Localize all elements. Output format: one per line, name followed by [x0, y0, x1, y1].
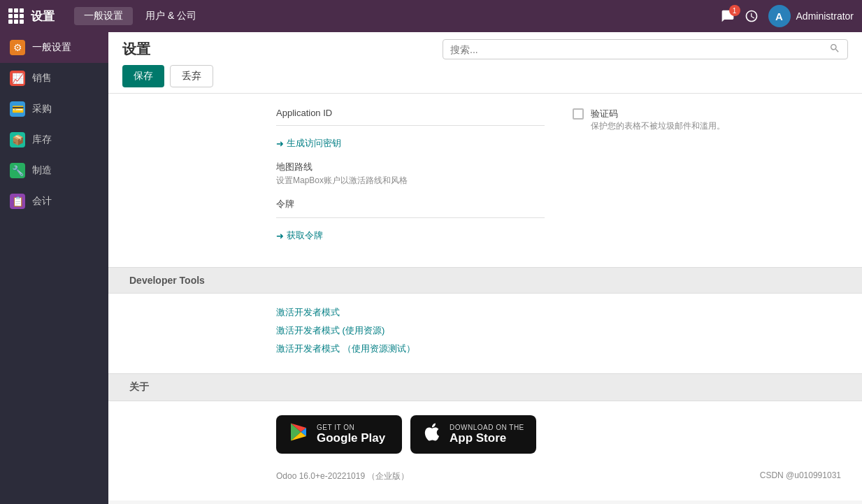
main-layout: ⚙ 一般设置 📈 销售 💳 采购 📦 库存 🔧 制造 📋 会计 设置 — [0, 32, 862, 504]
csdn-text: CSDN @u010991031 — [760, 470, 841, 482]
app-store-main-text: App Store — [450, 431, 524, 445]
token-row: 令牌 — [276, 198, 545, 218]
map-route-label: 地图路线 — [276, 161, 545, 173]
manufacturing-icon: 🔧 — [10, 163, 25, 178]
activate-dev-mode-link[interactable]: 激活开发者模式 — [276, 306, 841, 319]
token-label: 令牌 — [276, 198, 545, 210]
token-arrow-icon: ➜ — [276, 231, 284, 241]
version-row: Odoo 16.0+e-20221019 （企业版） CSDN @u010991… — [276, 466, 841, 487]
sales-icon: 📈 — [10, 71, 25, 86]
sidebar-label-sales: 销售 — [32, 72, 52, 85]
google-play-main-text: Google Play — [317, 431, 385, 445]
sidebar-label-accounting: 会计 — [32, 195, 52, 208]
apps-menu-button[interactable] — [8, 8, 24, 24]
generate-key-link[interactable]: ➜ 生成访问密钥 — [276, 137, 545, 150]
google-play-top-text: GET IT ON — [317, 424, 385, 431]
settings-scroll[interactable]: Application ID ➜ 生成访问密钥 地图路线 — [108, 94, 862, 504]
navbar-right: 1 A Administrator — [721, 5, 854, 27]
user-menu[interactable]: A Administrator — [768, 5, 854, 27]
map-route-row: 地图路线 设置MapBox账户以激活路线和风格 — [276, 161, 545, 187]
app-store-top-text: Download on the — [450, 424, 524, 431]
sidebar-label-purchase: 采购 — [32, 103, 52, 115]
username-label: Administrator — [796, 10, 854, 22]
navbar: 设置 一般设置 用户 & 公司 1 A Administrator — [0, 0, 862, 32]
google-play-badge[interactable]: GET IT ON Google Play — [276, 415, 402, 454]
page-header: 设置 保存 丢弃 — [108, 32, 862, 94]
sidebar: ⚙ 一般设置 📈 销售 💳 采购 📦 库存 🔧 制造 📋 会计 — [0, 32, 108, 504]
about-section: GET IT ON Google Play Download on the — [108, 401, 862, 501]
sidebar-item-accounting[interactable]: 📋 会计 — [0, 186, 108, 217]
map-route-desc: 设置MapBox账户以激活路线和风格 — [276, 175, 545, 187]
get-token-link[interactable]: ➜ 获取令牌 — [276, 229, 545, 242]
save-button[interactable]: 保存 — [122, 65, 164, 87]
get-token-row: ➜ 获取令牌 — [276, 229, 545, 242]
application-id-row: Application ID — [276, 108, 545, 126]
app-store-icon — [422, 422, 443, 447]
developer-tools-header: Developer Tools — [108, 267, 862, 294]
purchase-icon: 💳 — [10, 101, 25, 117]
generate-key-row: ➜ 生成访问密钥 — [276, 137, 545, 150]
captcha-label: 验证码 — [591, 108, 725, 120]
page-title: 设置 — [122, 40, 150, 59]
navbar-title: 设置 — [31, 8, 55, 24]
search-icon[interactable] — [829, 43, 840, 56]
navbar-menu: 一般设置 用户 & 公司 — [74, 7, 721, 25]
captcha-row: 验证码 保护您的表格不被垃圾邮件和滥用。 — [573, 108, 841, 132]
sidebar-label-inventory: 库存 — [32, 134, 52, 146]
general-icon: ⚙ — [10, 40, 25, 55]
inventory-icon: 📦 — [10, 132, 25, 147]
sidebar-item-sales[interactable]: 📈 销售 — [0, 63, 108, 94]
google-play-icon — [287, 421, 310, 448]
action-bar: 保存 丢弃 — [122, 65, 848, 93]
app-store-badge[interactable]: Download on the App Store — [410, 415, 536, 454]
search-input[interactable] — [450, 44, 829, 55]
sidebar-item-purchase[interactable]: 💳 采购 — [0, 94, 108, 124]
messages-button[interactable]: 1 — [721, 9, 735, 23]
sidebar-item-manufacturing[interactable]: 🔧 制造 — [0, 155, 108, 186]
discard-button[interactable]: 丢弃 — [170, 65, 213, 87]
activate-dev-mode-assets-link[interactable]: 激活开发者模式 (使用资源) — [276, 324, 841, 337]
sidebar-label-general: 一般设置 — [32, 41, 71, 54]
app-badges: GET IT ON Google Play Download on the — [276, 415, 841, 454]
sidebar-item-general[interactable]: ⚙ 一般设置 — [0, 32, 108, 63]
content-area: 设置 保存 丢弃 — [108, 32, 862, 504]
messages-badge: 1 — [729, 5, 740, 16]
sidebar-item-inventory[interactable]: 📦 库存 — [0, 124, 108, 155]
captcha-checkbox[interactable] — [573, 108, 584, 120]
activate-dev-mode-tests-link[interactable]: 激活开发者模式 （使用资源测试） — [276, 343, 841, 355]
arrow-icon: ➜ — [276, 138, 284, 149]
navbar-menu-users[interactable]: 用户 & 公司 — [136, 7, 206, 25]
developer-tools-links: 激活开发者模式 激活开发者模式 (使用资源) 激活开发者模式 （使用资源测试） — [108, 294, 862, 373]
captcha-desc: 保护您的表格不被垃圾邮件和滥用。 — [591, 120, 725, 132]
accounting-icon: 📋 — [10, 194, 25, 209]
avatar: A — [768, 5, 791, 27]
navbar-menu-general[interactable]: 一般设置 — [74, 7, 133, 25]
search-bar — [443, 39, 848, 59]
version-text: Odoo 16.0+e-20221019 （企业版） — [276, 470, 409, 482]
about-header: 关于 — [108, 373, 862, 401]
clock-button[interactable] — [745, 9, 759, 23]
form-section-api: Application ID ➜ 生成访问密钥 地图路线 — [108, 94, 862, 267]
sidebar-label-manufacturing: 制造 — [32, 164, 52, 177]
application-id-label: Application ID — [276, 108, 545, 118]
